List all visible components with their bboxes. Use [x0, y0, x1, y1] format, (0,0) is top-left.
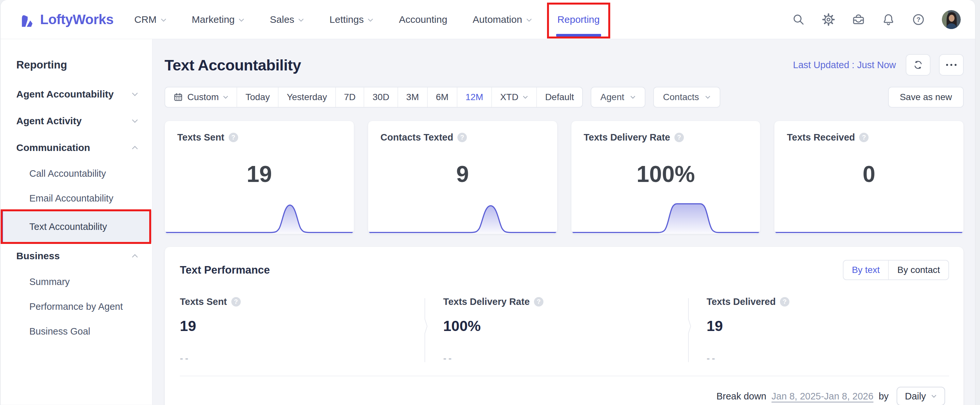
calendar-icon: [173, 92, 183, 102]
text-performance-card: Text Performance By text By contact Text…: [164, 247, 964, 405]
sparkline-bell: [368, 200, 557, 234]
sidebar-section-agent-activity[interactable]: Agent Activity: [1, 108, 152, 134]
app-window: LoftyWorks CRM Marketing Sales Lettings …: [1, 0, 975, 405]
toggle-by-text[interactable]: By text: [843, 260, 888, 279]
chevron-down-icon: [931, 395, 937, 398]
chevron-down-icon: [705, 96, 711, 99]
chevron-down-icon: [223, 96, 228, 99]
metric-texts-sent: Texts Sent ? 19 --: [180, 297, 422, 364]
nav-item-sales[interactable]: Sales: [270, 0, 304, 39]
help-icon[interactable]: ?: [534, 297, 543, 306]
nav-item-reporting[interactable]: Reporting: [557, 0, 600, 39]
main-nav: CRM Marketing Sales Lettings Accounting …: [134, 0, 600, 39]
preset-custom[interactable]: Custom: [165, 88, 237, 107]
logo-text: LoftyWorks: [40, 12, 113, 27]
help-icon[interactable]: ?: [859, 133, 869, 142]
main-content: Text Accountability Last Updated : Just …: [153, 39, 975, 405]
sidebar-section-communication[interactable]: Communication: [1, 134, 152, 161]
reporting-sidebar: Reporting Agent Accountability Agent Act…: [1, 39, 153, 405]
metric-separator: [686, 297, 692, 364]
card-value: 19: [165, 161, 354, 187]
stat-card-texts-delivery-rate: Texts Delivery Rate ? 100%: [571, 121, 761, 234]
breakdown-date-range-link[interactable]: Jan 8, 2025-Jan 8, 2026: [772, 391, 873, 402]
contacts-filter-dropdown[interactable]: Contacts: [653, 87, 720, 108]
nav-item-crm[interactable]: CRM: [134, 0, 166, 39]
more-options-button[interactable]: [939, 54, 964, 76]
preset-xtd[interactable]: XTD: [492, 88, 537, 107]
performance-title: Text Performance: [180, 264, 270, 276]
preset-yesterday[interactable]: Yesterday: [278, 88, 336, 107]
preset-today[interactable]: Today: [237, 88, 278, 107]
help-circle-icon[interactable]: ?: [912, 13, 925, 26]
chevron-down-icon: [131, 119, 138, 123]
svg-text:?: ?: [916, 16, 920, 23]
topbar-icon-group: ?: [792, 10, 961, 29]
breakdown-granularity-dropdown[interactable]: Daily: [897, 387, 945, 405]
preset-3m[interactable]: 3M: [398, 88, 428, 107]
preset-6m[interactable]: 6M: [428, 88, 457, 107]
sidebar-item-performance-by-agent[interactable]: Performance by Agent: [1, 294, 152, 319]
sidebar-section-agent-accountability[interactable]: Agent Accountability: [1, 81, 152, 108]
card-value: 0: [775, 161, 963, 187]
chevron-down-icon: [368, 18, 373, 22]
metric-texts-delivery-rate: Texts Delivery Rate ? 100% --: [443, 297, 686, 364]
chevron-up-icon: [131, 145, 138, 150]
logo[interactable]: LoftyWorks: [19, 11, 113, 28]
metric-secondary: --: [180, 353, 412, 364]
chevron-down-icon: [131, 92, 138, 97]
view-toggle: By text By contact: [843, 260, 949, 280]
sidebar-section-business[interactable]: Business: [1, 242, 152, 269]
chevron-down-icon: [161, 18, 167, 22]
nav-item-accounting[interactable]: Accounting: [399, 0, 447, 39]
help-icon[interactable]: ?: [231, 297, 241, 306]
sidebar-item-text-accountability[interactable]: Text Accountability: [1, 210, 152, 242]
stat-cards-row: Texts Sent ? 19 Contacts Texted ? 9: [164, 121, 964, 234]
chevron-up-icon: [131, 254, 138, 258]
metric-secondary: --: [706, 353, 939, 364]
refresh-icon: [913, 60, 923, 70]
nav-item-marketing[interactable]: Marketing: [192, 0, 245, 39]
help-icon[interactable]: ?: [675, 133, 684, 142]
breakdown-label: Break down: [716, 391, 766, 402]
metric-separator: [422, 297, 428, 364]
inbox-icon[interactable]: [852, 13, 865, 26]
performance-metrics-row: Texts Sent ? 19 -- Texts Delivery Rate ?: [180, 297, 949, 364]
card-value: 100%: [571, 161, 760, 187]
toggle-by-contact[interactable]: By contact: [888, 260, 948, 279]
card-title: Texts Received: [787, 132, 855, 143]
preset-30d[interactable]: 30D: [364, 88, 398, 107]
refresh-button[interactable]: [906, 54, 931, 76]
help-icon[interactable]: ?: [229, 133, 238, 142]
sidebar-item-email-accountability[interactable]: Email Accountability: [1, 186, 152, 210]
stat-card-texts-received: Texts Received ? 0: [774, 121, 964, 234]
top-nav-bar: LoftyWorks CRM Marketing Sales Lettings …: [1, 0, 975, 39]
notifications-bell-icon[interactable]: [882, 13, 895, 26]
stat-card-contacts-texted: Contacts Texted ? 9: [368, 121, 557, 234]
help-icon[interactable]: ?: [457, 133, 467, 142]
nav-item-automation[interactable]: Automation: [473, 0, 532, 39]
preset-default[interactable]: Default: [537, 88, 582, 107]
save-as-new-button[interactable]: Save as new: [888, 87, 964, 108]
preset-12m-selected[interactable]: 12M: [457, 88, 492, 107]
card-title: Contacts Texted: [380, 132, 453, 143]
user-avatar[interactable]: [942, 10, 961, 29]
sidebar-item-call-accountability[interactable]: Call Accountability: [1, 161, 152, 186]
date-preset-group: Custom Today Yesterday 7D 30D 3M 6M 12M …: [164, 87, 583, 108]
more-options-icon: [946, 64, 956, 66]
sidebar-item-summary[interactable]: Summary: [1, 269, 152, 294]
metric-texts-delivered: Texts Delivered ? 19 --: [706, 297, 949, 364]
agent-filter-dropdown[interactable]: Agent: [591, 87, 645, 108]
card-value: 9: [368, 161, 557, 187]
sidebar-item-business-goal[interactable]: Business Goal: [1, 319, 152, 344]
preset-7d[interactable]: 7D: [336, 88, 364, 107]
search-icon[interactable]: [792, 13, 805, 26]
last-updated-text: Last Updated : Just Now: [793, 60, 896, 70]
settings-gear-icon[interactable]: [822, 13, 835, 26]
nav-item-lettings[interactable]: Lettings: [329, 0, 373, 39]
sparkline-plateau: [571, 200, 760, 234]
chevron-down-icon: [298, 18, 304, 22]
chevron-down-icon: [239, 18, 244, 22]
sparkline-bell: [165, 200, 354, 234]
help-icon[interactable]: ?: [780, 297, 789, 306]
active-tab-underline: [556, 34, 601, 37]
